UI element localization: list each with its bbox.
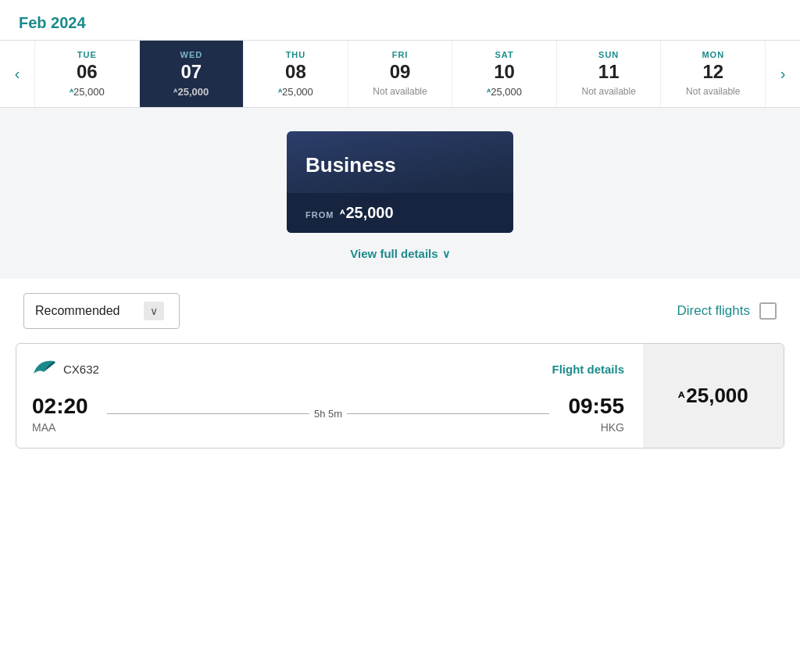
- day-number-tue: 06: [40, 63, 134, 81]
- next-arrow[interactable]: ›: [766, 57, 800, 91]
- day-price-wed: ᴬ25,000: [145, 86, 239, 98]
- day-price-thu: ᴬ25,000: [248, 86, 343, 98]
- day-number-wed: 07: [145, 63, 239, 81]
- from-label: FROM: [305, 210, 334, 220]
- flights-section: CX632 Flight details 02:20 MAA 5h 5m: [0, 343, 800, 472]
- flight-price: ᴬ25,000: [678, 384, 748, 408]
- flight-times: 02:20 MAA 5h 5m 09:55 HKG: [32, 394, 624, 434]
- day-name-sun: SUN: [562, 50, 656, 59]
- day-price-sat: ᴬ25,000: [457, 86, 552, 98]
- prev-arrow[interactable]: ‹: [0, 57, 34, 91]
- duration-label: 5h 5m: [314, 408, 342, 420]
- line-left: [107, 413, 309, 414]
- day-tue[interactable]: TUE 06 ᴬ25,000: [34, 41, 140, 107]
- day-name-thu: THU: [248, 50, 343, 59]
- day-number-fri: 09: [353, 63, 448, 81]
- day-name-tue: TUE: [40, 50, 134, 59]
- view-full-details-link[interactable]: View full details ∨: [350, 247, 449, 260]
- flight-number: CX632: [63, 363, 99, 376]
- line-right: [347, 413, 549, 414]
- day-unavailable-mon: Not available: [666, 86, 760, 97]
- flight-price-panel[interactable]: ᴬ25,000: [643, 344, 784, 448]
- business-card-title: Business: [287, 131, 513, 193]
- days-container: TUE 06 ᴬ25,000 WED 07 ᴬ25,000 THU 08 ᴬ25…: [34, 41, 766, 107]
- sort-dropdown[interactable]: Recommended ∨: [23, 293, 180, 329]
- arrival-airport: HKG: [562, 421, 624, 434]
- direct-flights-checkbox[interactable]: [759, 302, 777, 320]
- airline-info: CX632: [32, 358, 99, 380]
- day-number-sun: 11: [562, 63, 656, 81]
- day-unavailable-fri: Not available: [353, 86, 448, 97]
- day-name-fri: FRI: [353, 50, 448, 59]
- arrival-block: 09:55 HKG: [562, 394, 624, 434]
- business-card-bottom: FROM ᴬ25,000: [287, 193, 513, 233]
- direct-flights-label: Direct flights: [677, 303, 750, 319]
- day-sat[interactable]: SAT 10 ᴬ25,000: [452, 41, 557, 107]
- flight-card: CX632 Flight details 02:20 MAA 5h 5m: [16, 343, 784, 449]
- filter-bar: Recommended ∨ Direct flights: [0, 279, 800, 343]
- day-fri[interactable]: FRI 09 Not available: [348, 41, 453, 107]
- departure-time: 02:20: [32, 394, 95, 419]
- month-header: Feb 2024: [0, 0, 800, 40]
- business-card-price: ᴬ25,000: [340, 204, 393, 222]
- day-number-sat: 10: [457, 63, 552, 81]
- day-sun[interactable]: SUN 11 Not available: [557, 41, 662, 107]
- flight-header: CX632 Flight details: [32, 358, 624, 380]
- airline-logo-icon: [32, 358, 55, 380]
- day-price-tue: ᴬ25,000: [40, 86, 134, 98]
- day-unavailable-sun: Not available: [562, 86, 656, 97]
- flight-main: CX632 Flight details 02:20 MAA 5h 5m: [16, 344, 643, 448]
- day-name-wed: WED: [145, 50, 239, 59]
- business-section: Business FROM ᴬ25,000 View full details …: [0, 108, 800, 279]
- day-mon[interactable]: MON 12 Not available: [661, 41, 766, 107]
- duration-block: 5h 5m: [95, 408, 562, 420]
- departure-block: 02:20 MAA: [32, 394, 95, 434]
- departure-airport: MAA: [32, 421, 95, 434]
- business-card[interactable]: Business FROM ᴬ25,000: [287, 131, 513, 233]
- direct-flights-container: Direct flights: [677, 302, 777, 320]
- day-wed[interactable]: WED 07 ᴬ25,000: [140, 41, 245, 107]
- view-details-label: View full details: [350, 247, 438, 260]
- business-avios-symbol: ᴬ: [340, 208, 345, 220]
- duration-line-container: 5h 5m: [107, 408, 549, 420]
- flight-details-link[interactable]: Flight details: [552, 363, 624, 376]
- month-title: Feb 2024: [19, 14, 86, 31]
- day-number-thu: 08: [248, 63, 343, 81]
- day-name-sat: SAT: [457, 50, 552, 59]
- sort-label: Recommended: [35, 304, 120, 318]
- day-selector: ‹ TUE 06 ᴬ25,000 WED 07 ᴬ25,000 THU 08 ᴬ…: [0, 40, 800, 108]
- day-name-mon: MON: [666, 50, 760, 59]
- sort-chevron-icon: ∨: [144, 302, 164, 320]
- price-avios-symbol: ᴬ: [678, 389, 684, 406]
- day-number-mon: 12: [666, 63, 760, 81]
- arrival-time: 09:55: [562, 394, 624, 419]
- chevron-down-icon: ∨: [442, 248, 450, 260]
- day-thu[interactable]: THU 08 ᴬ25,000: [244, 41, 348, 107]
